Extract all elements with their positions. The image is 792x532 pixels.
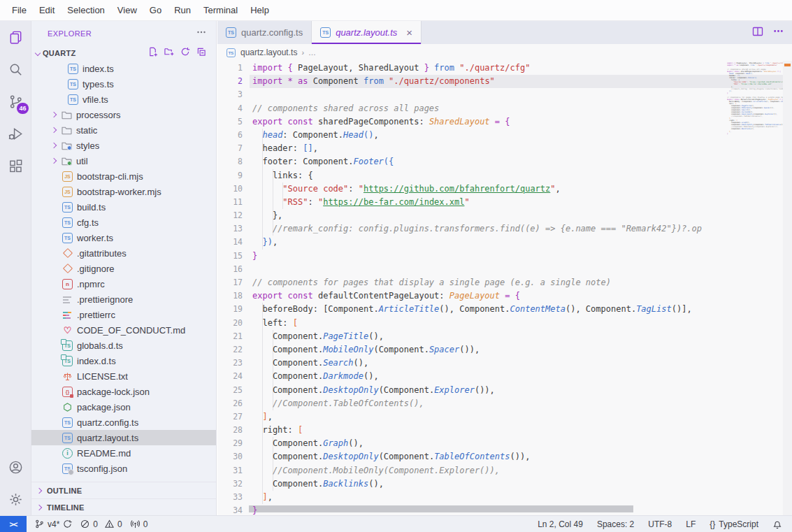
tab-quartz-layout-ts[interactable]: quartz.layout.ts × — [312, 21, 422, 44]
horizontal-scrollbar[interactable] — [249, 505, 633, 512]
code-line[interactable]: 4// components shared across all pages — [217, 102, 727, 115]
tree-item-index-d-ts[interactable]: index.d.ts — [31, 353, 216, 368]
notifications-bell-icon[interactable] — [772, 519, 782, 529]
tree-item-bootstrap-cli-mjs[interactable]: bootstrap-cli.mjs — [31, 168, 216, 184]
tree-item-static[interactable]: static — [31, 122, 216, 138]
code-line[interactable]: 21 Component.PageTitle(), — [217, 330, 727, 343]
code-line[interactable]: 20 left: [ — [217, 317, 727, 330]
tree-item-package-json[interactable]: package.json — [31, 399, 216, 415]
code-line[interactable]: 32 Component.Backlinks(), — [217, 477, 727, 491]
code-line[interactable]: 9 links: { — [217, 169, 727, 182]
menu-selection[interactable]: Selection — [61, 0, 110, 21]
tree-item-globals-d-ts[interactable]: globals.d.ts — [31, 338, 216, 353]
section-timeline[interactable]: TIMELINE — [31, 498, 216, 515]
tree-item-quartz-config-ts[interactable]: quartz.config.ts — [31, 415, 216, 430]
tree-item-vfile-ts[interactable]: vfile.ts — [31, 92, 216, 107]
tab-quartz-config-ts[interactable]: quartz.config.ts — [217, 21, 312, 44]
split-editor-icon[interactable] — [752, 26, 763, 40]
tree-item--prettierrc[interactable]: .prettierrc — [31, 307, 216, 322]
code-line[interactable]: 18export const defaultContentPageLayout:… — [217, 289, 727, 303]
code-line[interactable]: 31 //Component.MobileOnly(Component.Expl… — [217, 464, 727, 477]
activity-explorer-icon[interactable] — [0, 21, 31, 53]
eol-status[interactable]: LF — [686, 519, 696, 529]
problems-status[interactable]: 0 0 — [80, 519, 122, 529]
code-line[interactable]: 3 — [217, 88, 727, 101]
remote-indicator[interactable]: >< — [0, 516, 27, 532]
activity-extensions-icon[interactable] — [0, 150, 31, 182]
tree-item-styles[interactable]: styles — [31, 138, 216, 153]
code-line[interactable]: 12 }, — [217, 209, 727, 222]
editor-more-actions-icon[interactable] — [773, 26, 784, 39]
code-line[interactable]: 10 "Source code": "https://github.com/bf… — [217, 182, 727, 196]
tree-item-bootstrap-worker-mjs[interactable]: bootstrap-worker.mjs — [31, 184, 216, 199]
overview-ruler[interactable] — [783, 61, 792, 515]
encoding-status[interactable]: UTF-8 — [648, 519, 672, 529]
tree-item-tsconfig-json[interactable]: tsconfig.json — [31, 461, 216, 476]
new-folder-icon[interactable] — [164, 47, 174, 59]
code-line[interactable]: 5export const sharedPageComponents: Shar… — [217, 115, 727, 129]
code-line[interactable]: 7 header: [], — [217, 142, 727, 155]
code-line[interactable]: 14 }), — [217, 236, 727, 249]
code-editor[interactable]: 1import { PageLayout, SharedLayout } fro… — [217, 61, 792, 515]
code-line[interactable]: 16 — [217, 263, 727, 276]
tree-item-quartz-layout-ts[interactable]: quartz.layout.ts — [31, 430, 216, 445]
code-line[interactable]: 26 //Component.TableOfContents(), — [217, 397, 727, 410]
code-line[interactable]: 8 footer: Component.Footer({ — [217, 155, 727, 168]
code-line[interactable]: 28 right: [ — [217, 424, 727, 437]
code-line[interactable]: 22 Component.MobileOnly(Component.Spacer… — [217, 343, 727, 357]
sync-icon[interactable] — [63, 519, 72, 529]
code-line[interactable]: 33 ], — [217, 491, 727, 504]
menu-go[interactable]: Go — [143, 0, 168, 21]
cursor-position[interactable]: Ln 2, Col 49 — [538, 519, 583, 529]
tree-item-code-of-conduct-md[interactable]: CODE_OF_CONDUCT.md — [31, 322, 216, 338]
language-mode[interactable]: {} TypeScript — [710, 519, 758, 529]
code-line[interactable]: 15} — [217, 250, 727, 263]
tree-item-index-ts[interactable]: index.ts — [31, 61, 216, 76]
settings-gear-icon[interactable] — [0, 483, 31, 515]
activity-run-debug-icon[interactable] — [0, 117, 31, 150]
code-line[interactable]: 13 //remark_config: config.plugins.trans… — [217, 222, 727, 236]
close-tab-icon[interactable]: × — [406, 27, 412, 38]
menu-view[interactable]: View — [111, 0, 143, 21]
tree-item-package-lock-json[interactable]: package-lock.json — [31, 384, 216, 399]
menu-run[interactable]: Run — [168, 0, 197, 21]
breadcrumb[interactable]: quartz.layout.ts › … — [217, 44, 792, 61]
menu-terminal[interactable]: Terminal — [197, 0, 244, 21]
tree-item-util[interactable]: util — [31, 153, 216, 168]
views-more-actions-icon[interactable] — [196, 27, 206, 40]
activity-source-control-icon[interactable]: 46 — [0, 85, 31, 117]
tree-item-cfg-ts[interactable]: cfg.ts — [31, 215, 216, 230]
code-line[interactable]: 30 Component.DesktopOnly(Component.Table… — [217, 450, 727, 463]
tree-item-build-ts[interactable]: build.ts — [31, 199, 216, 215]
tree-item-types-ts[interactable]: types.ts — [31, 76, 216, 92]
new-file-icon[interactable] — [148, 47, 158, 59]
code-line[interactable]: 27 ], — [217, 410, 727, 424]
activity-search-icon[interactable] — [0, 53, 31, 85]
code-line[interactable]: 6 head: Component.Head(), — [217, 129, 727, 142]
code-line[interactable]: 17// components for pages that display a… — [217, 276, 727, 289]
accounts-icon[interactable] — [0, 451, 31, 483]
menu-edit[interactable]: Edit — [33, 0, 61, 21]
tree-item--npmrc[interactable]: .npmrc — [31, 276, 216, 292]
tree-item--prettierignore[interactable]: .prettierignore — [31, 292, 216, 307]
code-line[interactable]: 23 Component.Search(), — [217, 357, 727, 370]
collapse-folders-icon[interactable] — [196, 47, 206, 59]
code-line[interactable]: 2import * as Component from "./quartz/co… — [217, 75, 727, 88]
code-line[interactable]: 19 beforeBody: [Component.ArticleTitle()… — [217, 303, 727, 316]
tree-item--gitignore[interactable]: .gitignore — [31, 261, 216, 276]
menu-file[interactable]: File — [6, 0, 33, 21]
tree-item--gitattributes[interactable]: .gitattributes — [31, 245, 216, 261]
code-line[interactable]: 1import { PageLayout, SharedLayout } fro… — [217, 62, 727, 75]
tree-item-readme-md[interactable]: README.md — [31, 445, 216, 461]
refresh-explorer-icon[interactable] — [180, 47, 190, 59]
section-outline[interactable]: OUTLINE — [31, 482, 216, 498]
tree-item-worker-ts[interactable]: worker.ts — [31, 230, 216, 245]
tree-item-processors[interactable]: processors — [31, 107, 216, 122]
section-header-quartz[interactable]: QUARTZ — [31, 45, 216, 61]
tree-item-license-txt[interactable]: LICENSE.txt — [31, 368, 216, 384]
minimap[interactable]: import { PageLayout, SharedLayout } from… — [727, 62, 783, 515]
code-line[interactable]: 29 Component.Graph(), — [217, 437, 727, 450]
code-line[interactable]: 25 Component.DesktopOnly(Component.Explo… — [217, 384, 727, 397]
indentation-status[interactable]: Spaces: 2 — [597, 519, 634, 529]
breadcrumb-file[interactable]: quartz.layout.ts — [240, 48, 297, 57]
